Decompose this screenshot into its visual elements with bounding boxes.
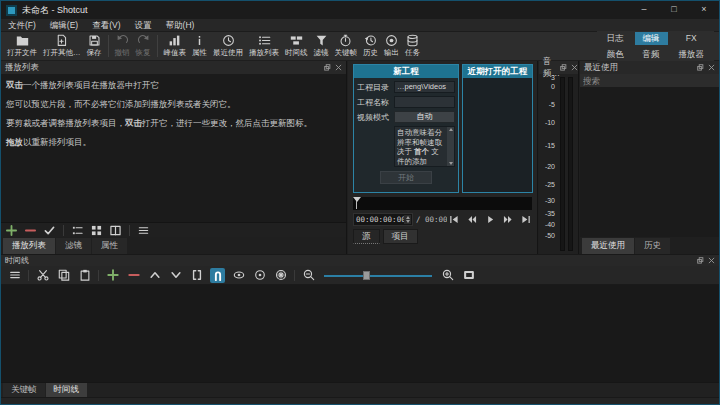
- duration-timecode: / 00:00:00:00: [416, 215, 447, 224]
- append-button[interactable]: [105, 268, 120, 283]
- zoom-slider-handle[interactable]: [363, 271, 370, 280]
- seek-bar[interactable]: [353, 197, 532, 210]
- layout-color-button[interactable]: 颜色: [599, 48, 632, 61]
- dock-tab[interactable]: 时间线: [46, 383, 88, 397]
- rewind-button[interactable]: [465, 214, 478, 225]
- menu-item[interactable]: 查看(V): [85, 19, 127, 32]
- player-tab[interactable]: 源: [353, 229, 380, 244]
- split-button[interactable]: [189, 268, 204, 283]
- panel-tab[interactable]: 历史: [635, 238, 670, 254]
- open-file-button[interactable]: 打开文件: [4, 32, 40, 60]
- float-icon[interactable]: [324, 64, 331, 71]
- position-timecode-input[interactable]: 00:00:00:00: [353, 213, 413, 226]
- close-icon[interactable]: [571, 64, 578, 71]
- scroll-up-icon[interactable]: [449, 128, 453, 131]
- peak-meter-icon: [168, 34, 181, 47]
- playlist-tip: 要剪裁或者调整播放列表项目，双击打开它，进行一些更改，然后点击更新图标。: [6, 118, 341, 129]
- timeline-button[interactable]: 时间线: [282, 32, 311, 60]
- menu-icon[interactable]: [138, 225, 149, 236]
- menu-item[interactable]: 设置: [128, 19, 159, 32]
- layout-fx-button[interactable]: FX: [671, 32, 713, 45]
- playhead-icon[interactable]: [353, 197, 361, 202]
- undo-button[interactable]: 撤销: [112, 32, 133, 60]
- view-details-icon[interactable]: [72, 225, 83, 236]
- timeline-icon: [290, 34, 303, 47]
- close-icon[interactable]: [708, 64, 715, 71]
- recent-button[interactable]: 最近使用: [210, 32, 246, 60]
- peak-meter-button[interactable]: 峰值表: [161, 32, 190, 60]
- timeline-tracks-area[interactable]: [1, 285, 719, 382]
- menu-item[interactable]: 编辑(E): [43, 19, 85, 32]
- cut-button[interactable]: [35, 268, 50, 283]
- skip-next-button[interactable]: [519, 214, 532, 225]
- menu-item[interactable]: 文件(F): [1, 19, 43, 32]
- fast-forward-button[interactable]: [501, 214, 514, 225]
- panel-tab[interactable]: 最近使用: [582, 238, 634, 254]
- overwrite-button[interactable]: [168, 268, 183, 283]
- layout-logging-button[interactable]: 日志: [599, 32, 632, 45]
- lift-button[interactable]: [147, 268, 162, 283]
- maximize-button[interactable]: □: [659, 1, 689, 19]
- float-icon[interactable]: [697, 257, 704, 264]
- timeline-title: 时间线: [5, 255, 29, 266]
- ripple-toggle[interactable]: [252, 268, 267, 283]
- play-button[interactable]: [483, 214, 496, 225]
- db-tick-label: 0: [539, 83, 555, 91]
- scrub-toggle[interactable]: [231, 268, 246, 283]
- skip-previous-button[interactable]: [447, 214, 460, 225]
- minimize-button[interactable]: –: [629, 1, 659, 19]
- player-panel: 新工程 工程目录 …peng\Videos 工程名称 视频模式 自动 自动意味着…: [348, 61, 538, 254]
- save-button[interactable]: 保存: [84, 32, 105, 60]
- panel-tab[interactable]: 属性: [92, 238, 127, 254]
- filters-button[interactable]: 滤镜: [311, 32, 332, 60]
- panel-tab[interactable]: 滤镜: [56, 238, 91, 254]
- player-tab[interactable]: 项目: [383, 229, 418, 244]
- note-scrollbar[interactable]: [447, 127, 454, 166]
- zoom-in-button[interactable]: [440, 268, 455, 283]
- dock-tab[interactable]: 关键帧: [3, 383, 45, 397]
- view-icons-icon[interactable]: [110, 225, 121, 236]
- scroll-down-icon[interactable]: [449, 162, 453, 165]
- add-icon[interactable]: [6, 225, 17, 236]
- history-button[interactable]: 历史: [360, 32, 381, 60]
- properties-button[interactable]: 属性: [189, 32, 210, 60]
- snap-toggle[interactable]: [210, 268, 225, 283]
- video-mode-button[interactable]: 自动: [394, 111, 455, 123]
- close-icon[interactable]: [708, 257, 715, 264]
- copy-button[interactable]: [56, 268, 71, 283]
- close-icon[interactable]: [335, 64, 342, 71]
- keyframes-button[interactable]: 关键帧: [332, 32, 361, 60]
- recent-panel-tabs: 最近使用历史: [580, 237, 719, 254]
- layout-player-button[interactable]: 播放器: [671, 48, 713, 61]
- float-icon[interactable]: [697, 64, 704, 71]
- recent-list[interactable]: [580, 87, 719, 237]
- ripple-delete-button[interactable]: [126, 268, 141, 283]
- timeline-zoom-slider[interactable]: [324, 270, 432, 281]
- update-icon[interactable]: [44, 225, 55, 236]
- view-tiles-icon[interactable]: [91, 225, 102, 236]
- float-icon[interactable]: [560, 64, 567, 71]
- redo-button[interactable]: 恢复: [133, 32, 154, 60]
- zoom-fit-button[interactable]: [461, 268, 476, 283]
- remove-icon[interactable]: [25, 225, 36, 236]
- search-input[interactable]: [580, 74, 719, 87]
- jobs-button[interactable]: 任务: [402, 32, 423, 60]
- history-icon: [364, 34, 377, 47]
- menu-item[interactable]: 帮助(H): [159, 19, 202, 32]
- properties-icon: [193, 34, 206, 47]
- open-other-button[interactable]: 打开其他…: [40, 32, 84, 60]
- project-name-input[interactable]: [394, 96, 455, 108]
- start-button[interactable]: 开始: [380, 171, 432, 184]
- layout-editing-button[interactable]: 编辑: [635, 32, 668, 45]
- close-button[interactable]: ×: [689, 1, 719, 19]
- paste-button[interactable]: [77, 268, 92, 283]
- panel-tab[interactable]: 播放列表: [3, 238, 55, 254]
- timecode-stepper[interactable]: [404, 215, 411, 224]
- timeline-menu-button[interactable]: [7, 268, 22, 283]
- layout-audio-button[interactable]: 音频: [635, 48, 668, 61]
- project-folder-input[interactable]: …peng\Videos: [394, 81, 455, 93]
- playlist-button[interactable]: 播放列表: [246, 32, 282, 60]
- export-button[interactable]: 输出: [381, 32, 402, 60]
- ripple-all-toggle[interactable]: [273, 268, 288, 283]
- zoom-out-button[interactable]: [301, 268, 316, 283]
